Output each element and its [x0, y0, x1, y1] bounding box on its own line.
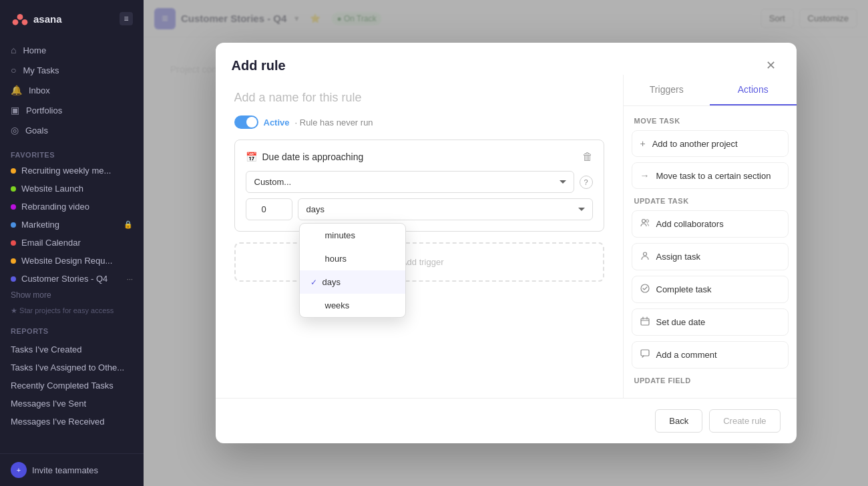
show-more-link[interactable]: Show more — [0, 288, 144, 305]
invite-teammates-button[interactable]: + Invite teammates — [0, 453, 144, 486]
main-content: ≡ Customer Stories - Q4 ▾ ⭐ ● On Track S… — [144, 0, 868, 486]
sidebar-item-portfolios-label: Portfolios — [26, 105, 62, 115]
show-more-label: Show more — [11, 290, 51, 300]
sidebar-header-icons: ≡ — [120, 12, 133, 25]
report-tasks-assigned[interactable]: Tasks I've Assigned to Othe... — [5, 358, 138, 377]
action-add-to-project[interactable]: + Add to another project — [632, 130, 789, 157]
project-dot — [11, 258, 16, 264]
rule-never-run: · Rule has never run — [295, 117, 373, 128]
svg-rect-8 — [641, 350, 649, 356]
unit-option-days[interactable]: ✓ days — [300, 270, 405, 294]
unit-option-hours[interactable]: hours — [300, 247, 405, 270]
trigger-info-icon[interactable]: ? — [580, 176, 593, 189]
goals-icon: ◎ — [11, 125, 19, 136]
action-move-task-section[interactable]: → Move task to a certain section — [632, 162, 789, 189]
comment-icon — [640, 349, 650, 360]
project-item-rebranding[interactable]: Rebranding video — [5, 198, 138, 216]
trigger-box: 📅 Due date is approaching 🗑 Custom... ? — [234, 140, 604, 232]
sidebar-item-portfolios[interactable]: ▣ Portfolios — [5, 100, 138, 120]
trigger-unit-row-wrapper: days minutes — [246, 198, 593, 220]
project-dot — [11, 168, 16, 174]
project-item-recruiting[interactable]: Recruiting weekly me... — [5, 162, 138, 180]
arrow-right-icon: → — [640, 170, 650, 181]
unit-option-minutes-label: minutes — [325, 230, 356, 240]
svg-point-0 — [17, 14, 23, 20]
invite-avatar: + — [11, 462, 27, 478]
asana-logo: asana — [11, 9, 62, 28]
action-set-due-date-label: Set due date — [656, 317, 706, 327]
project-dot — [11, 276, 16, 282]
unit-dropdown: minutes hours ✓ days — [299, 220, 406, 318]
sidebar-menu-icon[interactable]: ≡ — [120, 12, 133, 25]
action-add-collaborators-label: Add collaborators — [656, 219, 724, 229]
portfolios-icon: ▣ — [11, 105, 19, 115]
action-complete-task[interactable]: Complete task — [632, 276, 789, 303]
panel-body: Move task + Add to another project → Mov… — [624, 106, 797, 398]
sidebar-item-inbox[interactable]: 🔔 Inbox — [5, 80, 138, 100]
back-button[interactable]: Back — [655, 409, 702, 433]
tab-triggers[interactable]: Triggers — [624, 75, 710, 105]
close-button[interactable]: ✕ — [762, 56, 781, 75]
tab-actions[interactable]: Actions — [710, 75, 797, 105]
add-trigger-area[interactable]: + Add trigger — [234, 242, 604, 282]
add-rule-modal: Add rule ✕ Active · Rule has never run — [216, 43, 797, 443]
unit-option-minutes[interactable]: minutes — [300, 224, 405, 247]
project-item-website-launch[interactable]: Website Launch — [5, 180, 138, 198]
rule-name-input[interactable] — [234, 91, 604, 105]
reports-label: Reports — [0, 319, 144, 338]
action-add-collaborators[interactable]: Add collaborators — [632, 210, 789, 238]
project-label: Email Calendar — [21, 238, 81, 248]
action-move-task-section-label: Move task to a certain section — [656, 171, 771, 181]
modal-left-panel: Active · Rule has never run 📅 Due date i… — [216, 75, 623, 398]
update-task-label: Update task — [632, 194, 789, 210]
panel-tabs: Triggers Actions — [624, 75, 797, 106]
report-tasks-created[interactable]: Tasks I've Created — [5, 340, 138, 358]
project-item-marketing[interactable]: Marketing 🔒 — [5, 216, 138, 234]
trigger-custom-select[interactable]: Custom... — [246, 171, 574, 193]
project-dot — [11, 204, 16, 210]
modal-right-panel: Triggers Actions Move task + Add to anot… — [623, 75, 797, 398]
action-set-due-date[interactable]: Set due date — [632, 308, 789, 336]
sidebar-item-home[interactable]: ⌂ Home — [5, 40, 138, 60]
report-label: Tasks I've Created — [11, 344, 82, 354]
report-label: Recently Completed Tasks — [11, 381, 114, 391]
project-label: Marketing — [21, 220, 59, 230]
sidebar-item-mytasks[interactable]: ○ My Tasks — [5, 60, 138, 80]
create-rule-button[interactable]: Create rule — [709, 409, 780, 433]
projects-list: Recruiting weekly me... Website Launch R… — [0, 162, 144, 288]
invite-label: Invite teammates — [32, 465, 98, 475]
svg-point-4 — [646, 220, 648, 222]
report-label: Messages I've Received — [11, 417, 105, 427]
sidebar-item-mytasks-label: My Tasks — [23, 65, 59, 75]
project-dot — [11, 186, 16, 192]
unit-option-weeks[interactable]: weeks — [300, 294, 405, 317]
project-item-website-design[interactable]: Website Design Requ... — [5, 252, 138, 270]
project-item-email-calendar[interactable]: Email Calendar — [5, 234, 138, 252]
project-label: Customer Stories - Q4 — [21, 274, 107, 284]
favorites-label: Favorites — [0, 143, 144, 162]
sidebar-item-goals[interactable]: ◎ Goals — [5, 120, 138, 140]
project-item-customer-stories[interactable]: Customer Stories - Q4 ··· — [5, 270, 138, 288]
report-completed-tasks[interactable]: Recently Completed Tasks — [5, 377, 138, 395]
svg-point-6 — [641, 284, 649, 292]
svg-rect-7 — [641, 318, 649, 325]
modal-title: Add rule — [232, 58, 286, 73]
delete-trigger-button[interactable]: 🗑 — [582, 151, 593, 163]
action-assign-task-label: Assign task — [656, 252, 700, 262]
sidebar-item-home-label: Home — [23, 45, 46, 55]
active-toggle-switch[interactable] — [234, 115, 258, 129]
project-label: Website Design Requ... — [21, 256, 112, 266]
action-add-comment[interactable]: Add a comment — [632, 341, 789, 369]
calendar-due-icon — [640, 316, 650, 328]
unit-option-days-label: days — [322, 277, 341, 287]
svg-point-1 — [13, 19, 19, 25]
trigger-value-input[interactable] — [246, 198, 292, 220]
action-assign-task[interactable]: Assign task — [632, 243, 789, 270]
action-complete-task-label: Complete task — [656, 284, 712, 294]
report-messages-received[interactable]: Messages I've Received — [5, 413, 138, 431]
trigger-custom-row: Custom... ? — [246, 171, 593, 193]
mytasks-icon: ○ — [11, 65, 16, 75]
unit-option-weeks-label: weeks — [325, 300, 350, 310]
trigger-unit-select[interactable]: days — [298, 198, 593, 220]
report-messages-sent[interactable]: Messages I've Sent — [5, 395, 138, 413]
